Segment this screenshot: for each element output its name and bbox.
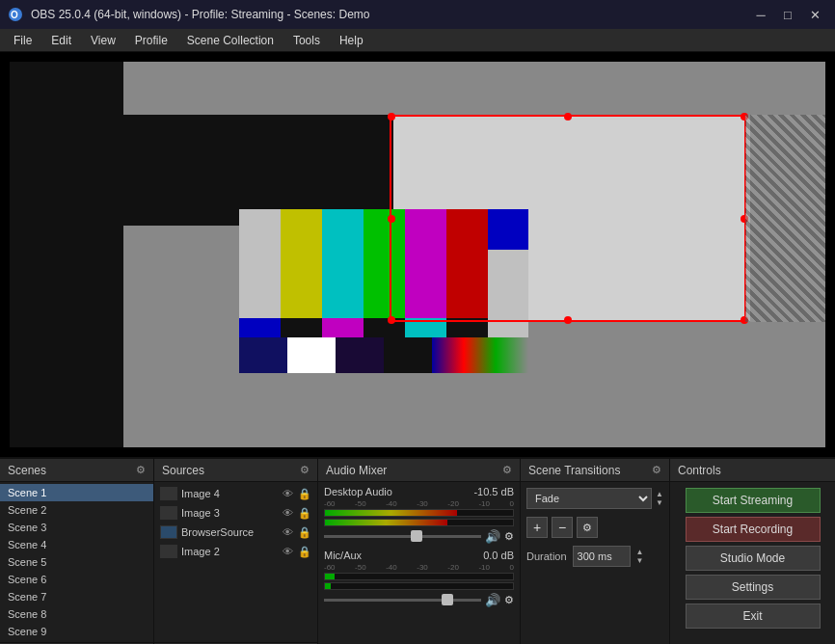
scene-item[interactable]: Scene 4 <box>0 536 153 553</box>
svg-rect-15 <box>488 250 528 337</box>
mic-aux-settings[interactable]: ⚙ <box>504 594 514 606</box>
panels-row: Scenes ⚙ Scene 1 Scene 2 Scene 3 Scene 4… <box>0 457 835 644</box>
test-card <box>239 209 528 373</box>
visibility-icon[interactable]: 👁 <box>281 545 294 558</box>
visibility-icon[interactable]: 👁 <box>281 506 294 520</box>
mic-aux-bar2 <box>325 583 331 589</box>
lock-icon[interactable]: 🔒 <box>298 506 311 520</box>
mic-aux-header: Mic/Aux 0.0 dB <box>324 550 514 561</box>
desktop-audio-header: Desktop Audio -10.5 dB <box>324 486 514 497</box>
sources-list: Image 4 👁 🔒 Image 3 👁 🔒 BrowserSource 👁 … <box>154 482 317 642</box>
desktop-audio-label: Desktop Audio <box>324 486 392 497</box>
menu-tools[interactable]: Tools <box>283 32 330 49</box>
studio-mode-button[interactable]: Studio Mode <box>686 546 821 571</box>
smpte-bars <box>239 209 528 373</box>
lock-icon[interactable]: 🔒 <box>298 525 311 539</box>
svg-rect-17 <box>287 337 336 373</box>
audio-content: Desktop Audio -10.5 dB -60-50-40-30-20-1… <box>318 482 520 644</box>
menu-view[interactable]: View <box>81 32 125 49</box>
transition-select-row: Fade Cut Swipe Slide ▲ ▼ <box>526 488 663 509</box>
menu-file[interactable]: File <box>4 32 41 49</box>
scene-item[interactable]: Scene 9 <box>0 623 153 640</box>
mic-aux-mute[interactable]: 🔊 <box>485 593 500 607</box>
scenes-panel: Scenes ⚙ Scene 1 Scene 2 Scene 3 Scene 4… <box>0 459 154 644</box>
source-thumbnail <box>160 545 177 558</box>
transition-type-select[interactable]: Fade Cut Swipe Slide <box>526 488 652 509</box>
scene-item[interactable]: Scene 3 <box>0 519 153 536</box>
desktop-audio-bar <box>325 510 457 516</box>
maximize-button[interactable]: □ <box>775 5 800 24</box>
transitions-content: Fade Cut Swipe Slide ▲ ▼ + − ⚙ <box>521 482 669 644</box>
mic-aux-fader-thumb[interactable] <box>442 594 453 605</box>
start-recording-button[interactable]: Start Recording <box>686 517 821 542</box>
scene-item[interactable]: Scene 2 <box>0 501 153 519</box>
mic-aux-db: 0.0 dB <box>483 550 514 561</box>
lock-icon[interactable]: 🔒 <box>298 487 311 500</box>
controls-title: Controls <box>678 464 721 477</box>
exit-button[interactable]: Exit <box>686 604 821 629</box>
transitions-title: Scene Transitions <box>528 464 620 477</box>
titlebar-title: OBS 25.0.4 (64-bit, windows) - Profile: … <box>31 8 369 21</box>
transitions-add-row: + − ⚙ <box>526 517 663 538</box>
mic-aux-fader[interactable] <box>324 599 481 602</box>
remove-transition-button[interactable]: − <box>552 517 573 538</box>
visibility-icon[interactable]: 👁 <box>281 525 294 539</box>
mic-aux-bar <box>325 574 335 579</box>
scene-item[interactable]: Scene 7 <box>0 588 153 605</box>
minimize-button[interactable]: ─ <box>748 5 773 24</box>
close-button[interactable]: ✕ <box>802 5 827 24</box>
bottom-panel: Scenes ⚙ Scene 1 Scene 2 Scene 3 Scene 4… <box>0 457 835 644</box>
scene-item[interactable]: Scene 6 <box>0 571 153 588</box>
audio-mixer-panel: Audio Mixer ⚙ Desktop Audio -10.5 dB -60… <box>318 459 521 644</box>
desktop-audio-db: -10.5 dB <box>473 486 514 497</box>
visibility-icon[interactable]: 👁 <box>281 487 294 500</box>
source-item[interactable]: BrowserSource 👁 🔒 <box>154 523 317 542</box>
mic-aux-controls: 🔊 ⚙ <box>324 593 514 607</box>
menu-edit[interactable]: Edit <box>41 32 81 49</box>
start-streaming-button[interactable]: Start Streaming <box>686 488 821 513</box>
menu-help[interactable]: Help <box>330 32 373 49</box>
titlebar-left: O OBS 25.0.4 (64-bit, windows) - Profile… <box>8 7 369 22</box>
scene-item[interactable]: Scene 1 <box>0 484 153 501</box>
desktop-audio-mute[interactable]: 🔊 <box>485 529 500 544</box>
svg-rect-4 <box>322 209 364 318</box>
duration-spinner[interactable]: ▲ ▼ <box>636 548 644 565</box>
hatch-overlay <box>745 115 825 322</box>
svg-rect-2 <box>239 209 281 318</box>
svg-rect-14 <box>446 318 488 337</box>
scenes-config-icon[interactable]: ⚙ <box>136 464 146 476</box>
svg-rect-9 <box>239 318 281 337</box>
desktop-audio-meter2 <box>324 519 514 526</box>
scenes-list: Scene 1 Scene 2 Scene 3 Scene 4 Scene 5 … <box>0 482 153 642</box>
svg-rect-7 <box>446 209 488 318</box>
svg-rect-20 <box>432 337 528 373</box>
sources-config-icon[interactable]: ⚙ <box>300 464 310 476</box>
duration-label: Duration <box>526 550 567 562</box>
desktop-audio-bar2 <box>325 520 447 525</box>
scene-item[interactable]: Scene 8 <box>0 605 153 623</box>
svg-rect-6 <box>405 209 446 318</box>
settings-button[interactable]: Settings <box>686 575 821 600</box>
svg-rect-19 <box>384 337 432 373</box>
source-item[interactable]: Image 3 👁 🔒 <box>154 503 317 523</box>
desktop-audio-settings[interactable]: ⚙ <box>504 530 514 543</box>
source-name: Image 4 <box>181 488 277 499</box>
source-name: BrowserSource <box>181 526 277 538</box>
transition-arrows[interactable]: ▲ ▼ <box>656 490 663 507</box>
audio-config-icon[interactable]: ⚙ <box>502 464 512 476</box>
desktop-audio-fader-thumb[interactable] <box>411 530 422 542</box>
source-thumbnail <box>160 525 177 539</box>
source-item[interactable]: Image 4 👁 🔒 <box>154 484 317 503</box>
add-transition-button[interactable]: + <box>526 517 548 538</box>
scene-item[interactable]: Scene 5 <box>0 553 153 571</box>
source-item[interactable]: Image 2 👁 🔒 <box>154 542 317 561</box>
menu-scene-collection[interactable]: Scene Collection <box>177 32 283 49</box>
scenes-title: Scenes <box>8 464 46 477</box>
duration-input[interactable] <box>573 546 631 567</box>
desktop-audio-fader[interactable] <box>324 535 481 538</box>
menu-profile[interactable]: Profile <box>125 32 177 49</box>
mic-aux-meter2 <box>324 582 514 590</box>
transition-config-button[interactable]: ⚙ <box>577 517 598 538</box>
svg-rect-3 <box>281 209 322 318</box>
transitions-config-icon[interactable]: ⚙ <box>652 464 661 476</box>
